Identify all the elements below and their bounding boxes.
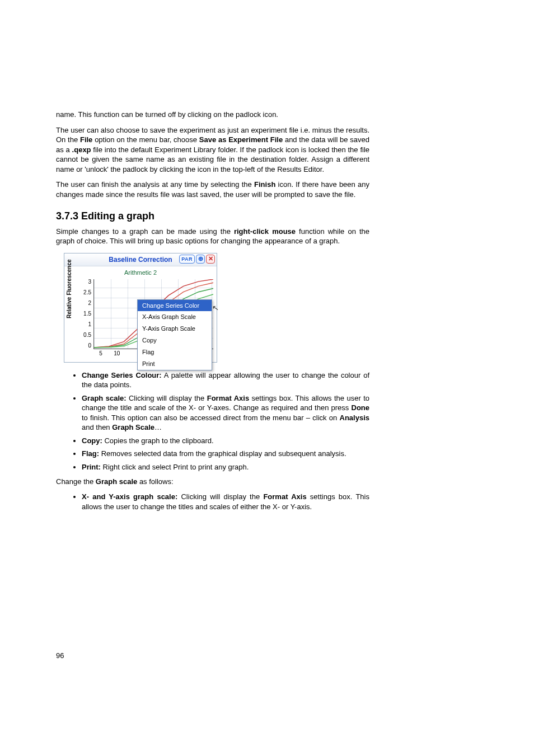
text: as follows:	[137, 477, 173, 486]
text: file into the default Experiment Library…	[56, 145, 369, 173]
bullet-list-1: Change Series Colour: A palette will app…	[56, 370, 369, 472]
bullet-xy-axis-scale: X- and Y-axis graph scale: Clicking will…	[82, 492, 369, 511]
text: to finish. This option can also be acces…	[82, 414, 340, 422]
ytick: 1.5	[79, 310, 91, 318]
close-icon[interactable]: ✕	[206, 255, 215, 264]
text: and then	[82, 423, 112, 431]
ytick: 0.5	[79, 331, 91, 339]
bold: Format Axis	[207, 394, 249, 402]
ctx-flag[interactable]: Flag	[138, 346, 212, 358]
text: option on the menu bar, choose	[92, 135, 199, 144]
figure-graph-context-menu: Baseline Correction PAR ⊕ ✕ Arithmetic 2…	[64, 253, 217, 363]
text: Simple changes to a graph can be made us…	[56, 227, 234, 236]
para-finish: The user can finish the analysis at any …	[56, 180, 369, 199]
ctx-change-series-color[interactable]: Change Series Color	[138, 300, 212, 312]
ytick: 3	[79, 278, 91, 286]
page-number: 96	[56, 651, 64, 660]
cursor-icon: ↖	[211, 302, 219, 314]
xtick: 5	[93, 350, 108, 358]
ytick: 2	[79, 299, 91, 307]
text: Removes selected data from the graphical…	[99, 449, 346, 458]
bold-file: File	[80, 135, 92, 144]
ytick: 0	[79, 342, 91, 350]
heading-editing-graph: 3.7.3 Editing a graph	[56, 209, 369, 223]
figure-ylabel: Relative Fluorescence	[65, 259, 73, 318]
bold: Copy:	[82, 436, 102, 445]
text: Right click and select Print to print an…	[101, 463, 249, 471]
bold: Print:	[82, 463, 101, 471]
bold: Change Series Colour:	[82, 371, 162, 379]
zoom-icon[interactable]: ⊕	[196, 255, 205, 264]
change-graph-scale-line: Change the Graph scale as follows:	[56, 477, 369, 487]
intro-fragment: name. This function can be turned off by…	[56, 110, 369, 120]
figure-xaxis: 5 10	[93, 350, 124, 358]
figure-yaxis: 3 2.5 2 1.5 1 0.5 0	[79, 278, 91, 350]
titlebar-icons: PAR ⊕ ✕	[179, 255, 215, 264]
bullet-graph-scale: Graph scale: Clicking will display the F…	[82, 393, 369, 433]
bold: Flag:	[82, 449, 99, 458]
xtick: 10	[110, 350, 124, 358]
bold-save-as: Save as Experiment File	[199, 135, 283, 144]
bold: Analysis	[340, 414, 369, 422]
bold: Format Axis	[263, 492, 306, 501]
figure-title: Baseline Correction	[109, 255, 172, 264]
context-menu: Change Series Color X-Axis Graph Scale Y…	[137, 299, 212, 370]
ytick: 1	[79, 321, 91, 328]
ctx-y-axis-scale[interactable]: Y-Axis Graph Scale	[138, 323, 212, 335]
bold: Graph scale	[96, 477, 137, 486]
para-right-click: Simple changes to a graph can be made us…	[56, 227, 369, 246]
ytick: 2.5	[79, 289, 91, 297]
text: Copies the graph to the clipboard.	[102, 436, 214, 445]
bold: Done	[352, 403, 370, 412]
bullet-copy: Copy: Copies the graph to the clipboard.	[82, 436, 369, 446]
bullet-flag: Flag: Removes selected data from the gra…	[82, 449, 369, 459]
text: Clicking will display the	[127, 394, 207, 402]
par-badge[interactable]: PAR	[179, 255, 195, 264]
bold: Graph Scale	[112, 423, 154, 431]
para-save-experiment: The user can also choose to save the exp…	[56, 125, 369, 175]
figure-subtitle: Arithmetic 2	[64, 266, 217, 278]
text: Clicking will display the	[177, 492, 263, 501]
ctx-print[interactable]: Print	[138, 358, 212, 370]
text: …	[154, 423, 162, 431]
bold: X- and Y-axis graph scale:	[82, 492, 177, 501]
text: The user can finish the analysis at any …	[56, 180, 254, 189]
bullet-change-series-colour: Change Series Colour: A palette will app…	[82, 370, 369, 390]
bold-finish: Finish	[254, 180, 275, 189]
ctx-copy[interactable]: Copy	[138, 335, 212, 346]
figure-titlebar: Baseline Correction PAR ⊕ ✕	[64, 253, 217, 266]
bullet-print: Print: Right click and select Print to p…	[82, 462, 369, 472]
ctx-x-axis-scale[interactable]: X-Axis Graph Scale	[138, 311, 212, 323]
bold: Graph scale:	[82, 394, 127, 402]
text: Change the	[56, 477, 96, 486]
content-column: name. This function can be turned off by…	[56, 110, 369, 516]
figure-plot-area: Relative Fluorescence 3 2.5 2 1.5 1 0.5 …	[67, 278, 214, 360]
page: name. This function can be turned off by…	[0, 0, 534, 756]
bold-qexp: .qexp	[72, 145, 91, 154]
bullet-list-2: X- and Y-axis graph scale: Clicking will…	[56, 492, 369, 511]
bold-right-click: right-click mouse	[234, 227, 296, 236]
